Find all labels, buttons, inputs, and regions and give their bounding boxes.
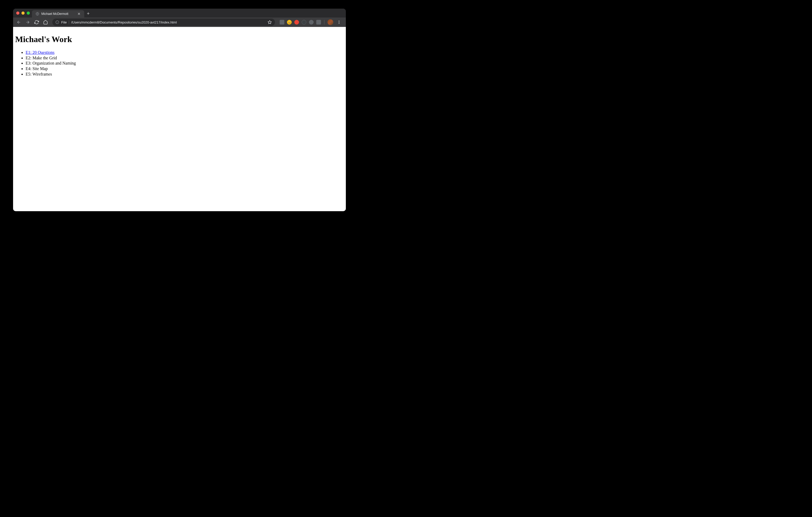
url-scheme: File: [61, 20, 69, 24]
extension-icon[interactable]: [294, 20, 299, 25]
window-controls: [16, 11, 30, 14]
exercise-list: E1: 20 QuestionsE2: Make the GridE3: Org…: [15, 50, 344, 77]
new-tab-button[interactable]: +: [87, 10, 90, 18]
svg-point-6: [339, 22, 340, 23]
toolbar-divider: [324, 20, 324, 25]
toolbar: File /Users/mmcderm8/Documents/Repositor…: [13, 18, 346, 27]
browser-tab[interactable]: Michael McDermott ✕: [32, 10, 84, 18]
address-bar[interactable]: File /Users/mmcderm8/Documents/Repositor…: [52, 19, 275, 26]
home-icon: [43, 20, 48, 25]
svg-point-7: [339, 23, 340, 24]
kebab-menu-icon: [337, 20, 341, 24]
extension-icon[interactable]: [309, 20, 314, 25]
list-item: E3: Organization and Naming: [26, 61, 344, 66]
reload-button[interactable]: [33, 19, 40, 26]
back-button[interactable]: [15, 19, 23, 26]
page-content: Michael's Work E1: 20 QuestionsE2: Make …: [13, 27, 346, 211]
profile-avatar[interactable]: [327, 19, 333, 25]
svg-point-5: [339, 21, 340, 22]
list-item: E1: 20 Questions: [26, 50, 344, 55]
tab-strip: Michael McDermott ✕ +: [32, 9, 90, 18]
exercise-link[interactable]: E1: 20 Questions: [26, 50, 54, 55]
arrow-right-icon: [25, 20, 30, 25]
arrow-left-icon: [17, 20, 21, 25]
svg-marker-4: [268, 20, 271, 24]
close-tab-button[interactable]: ✕: [78, 12, 81, 16]
forward-button[interactable]: [24, 19, 31, 26]
minimize-window-button[interactable]: [22, 11, 25, 14]
site-info-icon[interactable]: [55, 20, 59, 24]
close-window-button[interactable]: [16, 11, 19, 14]
extension-icon[interactable]: 😄: [287, 20, 292, 25]
tab-title: Michael McDermott: [41, 12, 75, 16]
list-item: E4: Site Map: [26, 66, 344, 71]
extension-icon[interactable]: [301, 20, 306, 25]
star-icon: [268, 20, 272, 24]
browser-window: Michael McDermott ✕ + File /Users/mmcder…: [13, 9, 346, 211]
extension-icon[interactable]: [316, 20, 321, 25]
list-item: E5: Wireframes: [26, 71, 344, 77]
list-item: E2: Make the Grid: [26, 55, 344, 61]
bookmark-button[interactable]: [268, 20, 272, 24]
extension-icon[interactable]: [280, 20, 284, 25]
home-button[interactable]: [42, 19, 49, 26]
reload-icon: [34, 20, 39, 25]
extensions-area: 😄: [278, 19, 344, 25]
browser-menu-button[interactable]: [336, 20, 342, 24]
maximize-window-button[interactable]: [27, 11, 30, 14]
globe-icon: [36, 12, 39, 16]
titlebar: Michael McDermott ✕ +: [13, 9, 346, 18]
url-path: /Users/mmcderm8/Documents/Repositories/s…: [71, 20, 265, 24]
page-heading: Michael's Work: [15, 34, 344, 44]
